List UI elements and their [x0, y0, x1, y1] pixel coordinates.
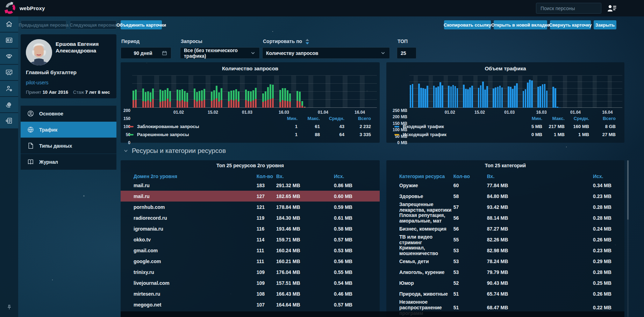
table-cell: 0.54 MB	[334, 280, 371, 286]
table-row[interactable]: pornhub.com121178.84 MB0.59 MB	[121, 202, 380, 212]
top-bar: webProxy	[0, 0, 644, 16]
table-rows: mail.ru183291.32 MB0.86 MBmail.ru127182.…	[121, 180, 380, 310]
table-row[interactable]: Здоровье5884.80 MB0.23 MB	[386, 191, 624, 202]
table-row[interactable]: megogo.net107164.64 MB0.57 MB	[121, 299, 380, 310]
merge-cards-button[interactable]: Объединить карточки	[121, 20, 162, 29]
table-cell: Бизнес, коммерция	[399, 226, 453, 232]
calendar-icon	[162, 50, 167, 56]
nav-item-label: Основное	[39, 111, 63, 117]
table-row[interactable]: Запрещенные лекарства, наркотики5793.42 …	[386, 202, 624, 212]
sort-direction-icon[interactable]	[305, 38, 310, 44]
tab-Типы данных[interactable]: Типы данных	[21, 138, 116, 154]
sidebar-item-id-card[interactable]	[0, 33, 18, 48]
column-header[interactable]: Исх.	[334, 174, 371, 179]
tab-Журнал[interactable]: Журнал	[21, 154, 116, 170]
table-row[interactable]: Природа, животные5165.74 MB0.26 MB	[386, 288, 624, 299]
sidebar-item-officer[interactable]	[0, 49, 18, 64]
open-new-tab-button[interactable]: Открыть в новой вкладке	[494, 20, 547, 29]
table-cell: radiorecord.ru	[134, 215, 257, 221]
user-settings-icon	[5, 85, 13, 92]
requests-select[interactable]: Все (без технического трафика)	[180, 47, 260, 59]
prev-person-button[interactable]: Предыдущая персона	[21, 20, 66, 29]
table-cell: Алкоголь, курение	[399, 269, 453, 275]
table-row[interactable]: Бизнес, коммерция5687.27 MB0.24 MB	[386, 223, 624, 234]
home-icon	[5, 20, 13, 28]
stat-value: 3 335	[344, 132, 371, 137]
table-cell: Оружие	[399, 183, 453, 188]
stat-value: 1	[277, 124, 298, 129]
stats-header: Мин.	[277, 116, 298, 121]
table-row[interactable]: gmail.com111160.24 MB0.53 MB	[121, 245, 380, 256]
column-header[interactable]: Кол-во	[453, 174, 487, 179]
person-group-link[interactable]: pilot-users	[26, 80, 49, 85]
stat-value: 8 GB	[589, 124, 616, 129]
sidebar-item-analytics[interactable]	[0, 65, 18, 80]
sort-select[interactable]: Количеству запросов	[262, 47, 390, 59]
table-cell: 79.79 MB	[487, 269, 593, 275]
column-header[interactable]: Исх.	[593, 174, 616, 179]
table-title: Топ 25 ресурсов 2го уровня	[121, 163, 380, 168]
table-row[interactable]: ТВ или видео стриминг5582.26 MB0.26 MB	[386, 234, 624, 245]
table-title: Топ 25 категорий	[386, 163, 624, 168]
table-cell: 0.57 MB	[334, 237, 371, 242]
table-row[interactable]: Оружие6077.84 MB0.34 MB	[386, 180, 624, 191]
sidebar-item-globe-orbit[interactable]	[0, 97, 18, 112]
column-header[interactable]: Вх.	[276, 174, 334, 179]
table-cell: 56	[453, 215, 487, 221]
copy-link-button[interactable]: Скопировать ссылку	[444, 20, 491, 29]
table-row[interactable]: igromania.ru116193.46 MB0.58 MB	[121, 223, 380, 234]
chevron-down-icon	[123, 148, 128, 153]
table-row[interactable]: trinixy.ru109176.04 MB0.55 MB	[121, 267, 380, 277]
table-row[interactable]: radiorecord.ru119184.30 MB0.61 MB	[121, 212, 380, 223]
top-input[interactable]: 25	[397, 47, 416, 59]
collapse-card-button[interactable]: Свернуть карточку	[550, 20, 591, 29]
close-card-button[interactable]: Закрыть	[594, 20, 616, 29]
table-row[interactable]: Незаконное распространение программ5168.…	[386, 299, 624, 310]
tab-Основное[interactable]: Основное	[21, 106, 116, 121]
search-input[interactable]	[536, 6, 606, 11]
scrollbar-thumb[interactable]	[627, 160, 629, 220]
table-row[interactable]: Криминал, мошенничество5382.98 MB0.23 MB	[386, 245, 624, 256]
sidebar-item-home[interactable]	[0, 16, 18, 32]
table-row[interactable]: Семья, дети5378.24 MB0.29 MB	[386, 256, 624, 267]
sort-label: Сортировать по	[263, 38, 310, 44]
table-row[interactable]: Юмор5290.43 MB0.25 MB	[386, 277, 624, 288]
table-cell: mail.ru	[134, 183, 257, 188]
column-header[interactable]: Домен 2го уровня	[134, 174, 257, 179]
table-row[interactable]: Алкоголь, курение5379.79 MB0.28 MB	[386, 267, 624, 277]
pin-icon[interactable]	[0, 301, 18, 314]
table-cell: 119	[257, 215, 276, 221]
table-row[interactable]: google.com111160.21 MB0.56 MB	[121, 256, 380, 267]
column-header[interactable]: Кол-во	[257, 174, 276, 179]
table-cell: 77.84 MB	[487, 183, 593, 188]
period-select[interactable]: 90 дней	[121, 47, 171, 59]
tab-Трафик[interactable]: Трафик	[21, 122, 116, 138]
stat-value: 1 MB	[565, 132, 589, 137]
table-cell: 0.28 MB	[593, 215, 616, 221]
table-cell: 0.25 MB	[593, 280, 616, 286]
table-row[interactable]: mail.ru183291.32 MB0.86 MB	[121, 180, 380, 191]
sidebar-item-user-settings[interactable]	[0, 81, 18, 96]
table-row[interactable]: livejournal.com109157.51 MB0.54 MB	[121, 277, 380, 288]
table-cell: 68.47 MB	[487, 305, 593, 310]
legend-label: Разрешенные запросы	[129, 132, 277, 137]
table-cell: 291.32 MB	[276, 183, 334, 188]
table-cell: 193.46 MB	[276, 226, 334, 232]
resources-section-toggle[interactable]: Ресурсы и категории ресурсов	[123, 147, 226, 155]
table-row[interactable]: Плохая репутация, аморальные, мат5688.14…	[386, 212, 624, 223]
top-label: ТОП	[398, 38, 408, 44]
user-menu-icon[interactable]	[607, 3, 617, 14]
section-scrollbar[interactable]	[627, 160, 629, 317]
app-title: webProxy	[20, 5, 45, 11]
legend-row: Заблокированные запросы161432 232	[129, 124, 371, 129]
top-resources-table: Топ 25 ресурсов 2го уровня Домен 2го уро…	[121, 160, 380, 317]
table-row[interactable]: okko.tv114159.71 MB0.57 MB	[121, 234, 380, 245]
table-row[interactable]: mail.ru127182.65 MB0.60 MB	[121, 191, 380, 202]
sidebar-item-journal[interactable]	[0, 113, 18, 128]
column-header[interactable]: Вх.	[487, 174, 593, 179]
next-person-button[interactable]: Следующая персона	[70, 20, 116, 29]
person-search[interactable]	[536, 3, 601, 14]
column-header[interactable]: Категория ресурса	[399, 174, 453, 179]
table-row[interactable]: mirtesen.ru108166.43 MB0.46 MB	[121, 288, 380, 299]
top-categories-table: Топ 25 категорий Категория ресурсаКол-во…	[386, 160, 624, 317]
